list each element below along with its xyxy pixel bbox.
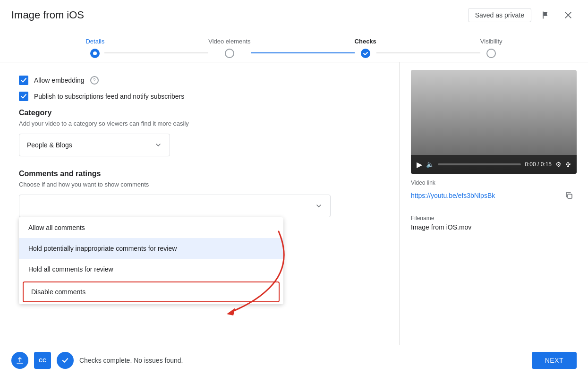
next-button[interactable]: NEXT	[532, 352, 577, 369]
flag-button[interactable]	[537, 7, 554, 24]
video-link-row: https://youtu.be/efs3bNlpsBk	[411, 188, 577, 203]
step-visibility[interactable]: Visibility	[480, 38, 503, 58]
comments-option-disable[interactable]: Disable comments	[23, 281, 280, 302]
page-title: Image from iOS	[11, 9, 84, 21]
cc-label: CC	[39, 358, 46, 363]
main-content: Allow embedding ? Publish to subscriptio…	[0, 62, 588, 349]
check-complete-icon	[57, 352, 74, 369]
left-panel: Allow embedding ? Publish to subscriptio…	[0, 62, 399, 349]
video-preview: ▶ 🔈 0:00 / 0:15 ⚙ ⧾	[411, 70, 577, 174]
flag-icon	[541, 10, 550, 20]
publish-subscriptions-row: Publish to subscriptions feed and notify…	[19, 92, 380, 101]
publish-subscriptions-checkbox[interactable]	[19, 92, 28, 101]
category-section: Category Add your video to a category so…	[19, 109, 380, 156]
upload-arrow-icon	[16, 356, 24, 365]
video-link-section: Video link https://youtu.be/efs3bNlpsBk	[411, 179, 577, 203]
header: Image from iOS Saved as private	[0, 0, 588, 30]
volume-button[interactable]: 🔈	[426, 161, 434, 168]
comments-dropdown-trigger[interactable]	[19, 195, 331, 217]
comments-dropdown-container: Allow all comments Hold potentially inap…	[19, 195, 331, 217]
category-description: Add your video to a category so viewers …	[19, 120, 380, 127]
close-icon	[563, 10, 573, 20]
step-circle-checks	[361, 49, 370, 58]
close-button[interactable]	[560, 7, 577, 24]
filename-label: Filename	[411, 215, 577, 222]
step-checks[interactable]: Checks	[355, 38, 376, 58]
allow-embedding-checkbox[interactable]	[19, 76, 28, 85]
allow-embedding-label: Allow embedding	[34, 77, 85, 84]
comments-option-allow-all[interactable]: Allow all comments	[19, 217, 283, 238]
comments-title: Comments and ratings	[19, 170, 380, 178]
footer: CC Checks complete. No issues found. NEX…	[0, 345, 588, 375]
publish-subscriptions-label: Publish to subscriptions feed and notify…	[34, 93, 184, 100]
copy-link-button[interactable]	[562, 188, 577, 203]
check-mark-icon	[20, 77, 27, 84]
copy-icon	[565, 191, 573, 200]
step-video-elements[interactable]: Video elements	[208, 38, 250, 58]
comments-description: Choose if and how you want to show comme…	[19, 181, 380, 188]
video-progress-bar[interactable]	[438, 163, 521, 165]
step-circle-visibility	[486, 49, 496, 58]
comments-section: Comments and ratings Choose if and how y…	[19, 170, 380, 217]
footer-left: CC Checks complete. No issues found.	[11, 352, 183, 369]
comments-option-hold-all[interactable]: Hold all comments for review	[19, 259, 283, 280]
filename-value: Image from iOS.mov	[411, 223, 577, 231]
help-icon-embedding[interactable]: ?	[90, 76, 99, 85]
progress-line-1	[104, 52, 208, 53]
header-actions: Saved as private	[468, 7, 577, 24]
chevron-down-icon	[154, 141, 162, 149]
check-mark-icon-2	[20, 93, 27, 100]
settings-button[interactable]: ⚙	[555, 161, 562, 168]
category-dropdown[interactable]: People & Blogs	[19, 134, 170, 156]
video-time: 0:00 / 0:15	[525, 161, 552, 168]
progress-line-2	[251, 52, 355, 53]
filename-section: Filename Image from iOS.mov	[411, 209, 577, 231]
comments-option-hold-inappropriate[interactable]: Hold potentially inappropriate comments …	[19, 238, 283, 259]
right-panel: ▶ 🔈 0:00 / 0:15 ⚙ ⧾ Video link https://y…	[399, 62, 588, 349]
chevron-down-icon-2	[315, 202, 323, 210]
fullscreen-button[interactable]: ⧾	[565, 161, 571, 168]
cc-icon: CC	[34, 352, 51, 369]
svg-rect-0	[543, 11, 544, 18]
category-selected: People & Blogs	[27, 141, 72, 149]
video-link-label: Video link	[411, 179, 577, 186]
checkmark-icon	[61, 356, 69, 365]
progress-bar: Details Video elements Checks Visibility	[0, 30, 588, 62]
svg-rect-1	[568, 194, 572, 198]
step-details[interactable]: Details	[85, 38, 104, 58]
upload-icon	[11, 352, 28, 369]
video-controls: ▶ 🔈 0:00 / 0:15 ⚙ ⧾	[411, 155, 577, 174]
saved-badge: Saved as private	[468, 8, 531, 22]
step-circle-video	[225, 49, 234, 58]
allow-embedding-row: Allow embedding ?	[19, 76, 380, 85]
progress-line-3	[376, 52, 480, 53]
step-circle-details	[90, 49, 100, 58]
comments-dropdown-menu: Allow all comments Hold potentially inap…	[19, 217, 283, 304]
footer-status: Checks complete. No issues found.	[79, 357, 183, 364]
play-button[interactable]: ▶	[417, 160, 422, 169]
category-title: Category	[19, 109, 380, 117]
check-icon	[363, 51, 368, 56]
video-link-url[interactable]: https://youtu.be/efs3bNlpsBk	[411, 192, 495, 199]
